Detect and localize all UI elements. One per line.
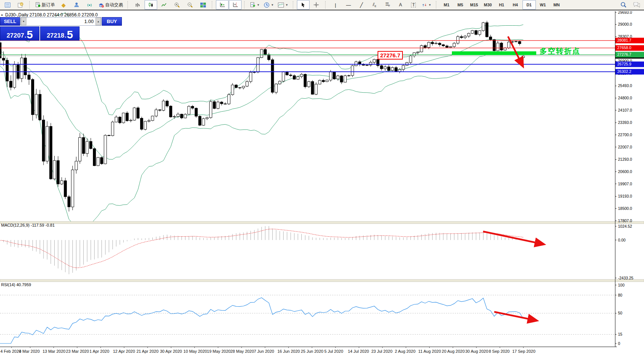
new-order-button[interactable]: 新订单 (33, 0, 57, 10)
bar-chart-button[interactable] (132, 0, 144, 10)
candle-up (496, 43, 499, 51)
candle-up (427, 42, 430, 48)
pivot-zone-bar[interactable] (452, 51, 536, 55)
trendline-tool-button[interactable]: ╱ (355, 0, 368, 10)
rsi-axis-label: 50 (618, 311, 622, 315)
date-label: 21 Apr 2020 (136, 349, 158, 354)
candle-down (475, 31, 478, 35)
chart-background (0, 11, 644, 355)
chart-shift-button[interactable] (229, 0, 242, 10)
candle-up (249, 72, 252, 81)
tile-windows-button[interactable] (197, 0, 209, 10)
sell-price-box[interactable]: 27207 . 5 (0, 26, 39, 41)
price-chart-canvas[interactable]: 29693.029000.028307.027593.026900.026207… (0, 11, 644, 355)
timeframe-h4-button[interactable]: H4 (509, 0, 522, 10)
zoom-out-button[interactable] (184, 0, 196, 10)
pane-splitter[interactable] (0, 279, 644, 282)
line-chart-button[interactable] (158, 0, 170, 10)
candle-up (13, 65, 16, 87)
candle-down (191, 106, 194, 108)
volume-input[interactable] (26, 17, 96, 25)
price-axis-label: 25493.0 (618, 83, 632, 88)
timeframe-d1-button[interactable]: D1 (522, 0, 536, 10)
templates-button[interactable]: ▼ (276, 0, 290, 10)
timeframe-h1-button[interactable]: H1 (495, 0, 508, 10)
buy-button[interactable]: BUY (102, 17, 122, 26)
timeframe-m30-button[interactable]: M30 (481, 0, 495, 10)
candle-up (155, 110, 158, 116)
date-label: 23 Mar 2020 (66, 349, 89, 354)
candle-up (297, 77, 299, 79)
candle-down (460, 36, 463, 38)
fibonacci-tool-button[interactable]: ☰F (381, 0, 394, 10)
fibonacci-icon: ☰F (385, 2, 390, 7)
date-label: 13 Mar 2020 (42, 349, 65, 354)
price-axis-label: 23393.0 (618, 120, 632, 125)
candle-up (177, 114, 179, 116)
candle-up (508, 42, 510, 48)
toolbar-separator (29, 1, 32, 9)
navigator-button[interactable] (70, 0, 83, 10)
candle-up (53, 160, 56, 179)
rsi-axis-label: 15 (618, 332, 622, 336)
market-watch-button[interactable] (1, 0, 14, 10)
pane-splitter[interactable] (0, 221, 644, 224)
horizontal-line-tool-button[interactable]: — (342, 0, 355, 10)
chat-button[interactable] (630, 0, 643, 10)
auto-scroll-button[interactable] (216, 0, 229, 10)
macd-axis-label: -2433.25 (618, 276, 634, 280)
cursor-tool-button[interactable] (297, 0, 310, 10)
timeframe-m5-button[interactable]: M5 (454, 0, 467, 10)
text-tool-button[interactable]: A (394, 0, 407, 10)
dropdown-caret-icon: ▼ (285, 3, 288, 7)
candle-up (242, 86, 245, 88)
crosshair-tool-button[interactable] (310, 0, 323, 10)
search-button[interactable] (617, 0, 630, 10)
candle-up (148, 121, 150, 121)
candlestick-chart-button[interactable] (145, 0, 157, 10)
candle-down (359, 62, 361, 64)
add-indicator-button[interactable]: ▼ (248, 0, 262, 10)
volume-increase-button[interactable]: ▲ (96, 17, 101, 25)
auto-trading-button[interactable]: 自动交易 (96, 0, 125, 10)
price-callout-box[interactable]: 27276.7 (378, 51, 403, 60)
candle-up (355, 62, 357, 66)
candle-down (431, 42, 434, 44)
volume-decrease-button[interactable]: ▼ (21, 17, 26, 25)
candle-down (333, 72, 336, 79)
candle-up (246, 81, 248, 86)
signals-button[interactable] (83, 0, 96, 10)
sell-button[interactable]: SELL (0, 17, 20, 26)
timeframe-m15-button[interactable]: M15 (467, 0, 481, 10)
pivot-point-label[interactable]: 多空转折点 (540, 46, 580, 56)
timeframe-mn-button[interactable]: MN (550, 0, 563, 10)
candle-up (478, 31, 481, 34)
candlestick-chart-icon (148, 2, 153, 7)
candle-down (311, 81, 314, 94)
vertical-line-tool-button[interactable]: | (329, 0, 342, 10)
candle-up (420, 46, 423, 52)
candle-down (388, 67, 390, 71)
macd-axis-label: 0.00 (618, 238, 626, 242)
price-axis-label: 22007.0 (618, 145, 632, 149)
zoom-in-button[interactable] (171, 0, 183, 10)
periods-button[interactable]: ▼ (262, 0, 276, 10)
sell-price-fraction: 5 (27, 30, 33, 39)
timeframe-w1-button[interactable]: W1 (536, 0, 550, 10)
auto-trading-label: 自动交易 (105, 2, 123, 8)
text-label-tool-button[interactable]: T (407, 0, 420, 10)
channel-tool-button[interactable]: ⫽E (368, 0, 381, 10)
candle-up (402, 65, 405, 70)
candle-up (129, 120, 132, 121)
data-window-button[interactable] (14, 0, 27, 10)
buy-price-fraction: 5 (67, 30, 73, 39)
buy-price-box[interactable]: 27218 . 5 (40, 26, 80, 41)
candle-down (293, 76, 296, 79)
arrows-tool-button[interactable]: ▼ (420, 0, 433, 10)
metaeditor-button[interactable]: ◆ (57, 0, 70, 10)
bar-chart-icon (135, 2, 140, 7)
timeframe-m1-button[interactable]: M1 (440, 0, 453, 10)
candle-down (24, 58, 27, 75)
date-label: 16 Jun 2020 (277, 349, 300, 354)
candle-down (90, 141, 92, 148)
